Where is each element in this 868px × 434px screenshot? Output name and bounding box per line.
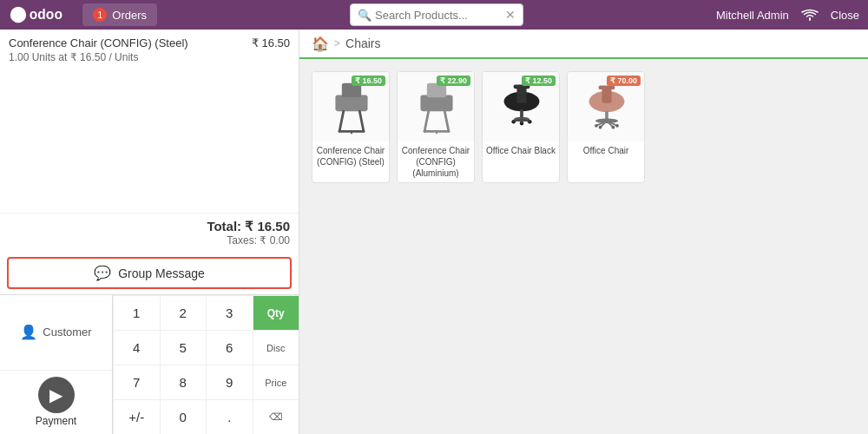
product-badge-1: ₹ 16.50: [352, 76, 385, 86]
product-name-4: Office Chair: [568, 141, 644, 160]
svg-point-37: [612, 125, 615, 128]
search-icon: 🔍: [358, 9, 372, 22]
user-name: Mitchell Admin: [716, 9, 789, 22]
numpad-2[interactable]: 2: [160, 295, 207, 330]
breadcrumb: 🏠 > Chairs: [299, 30, 868, 59]
customer-icon: 👤: [20, 324, 37, 340]
svg-rect-15: [516, 87, 526, 103]
product-card-2[interactable]: ₹ 22.90 Conference Chair (CONFIG) (Alumi…: [397, 71, 475, 183]
products-section: ₹ 16.50 Conference Chair (CONFIG) (Steel…: [299, 59, 868, 195]
header-right: Mitchell Admin Close: [716, 9, 859, 22]
whatsapp-icon: 💬: [94, 265, 111, 281]
order-item-name: Conference Chair (CONFIG) (Steel): [9, 36, 188, 49]
odoo-logo: odoo: [9, 5, 72, 24]
svg-line-5: [359, 111, 364, 131]
product-name-1: Conference Chair (CONFIG) (Steel): [312, 141, 389, 171]
product-card-1[interactable]: ₹ 16.50 Conference Chair (CONFIG) (Steel…: [312, 71, 390, 183]
total-line: Total: ₹ 16.50: [9, 219, 290, 234]
orders-button[interactable]: 1 Orders: [82, 3, 157, 26]
product-name-3: Office Chair Black: [483, 141, 559, 160]
numpad-4[interactable]: 4: [113, 330, 160, 365]
order-item-sub: 1.00 Units at ₹ 16.50 / Units: [9, 51, 188, 63]
backspace-button[interactable]: ⌫: [253, 399, 299, 434]
breadcrumb-current: Chairs: [345, 36, 380, 50]
numpad-3[interactable]: 3: [206, 295, 253, 330]
svg-point-36: [599, 125, 602, 128]
breadcrumb-separator: >: [334, 37, 340, 49]
qty-button[interactable]: Qty: [253, 295, 299, 330]
payment-arrow-icon: ▶: [38, 377, 75, 413]
svg-line-4: [339, 111, 344, 131]
numpad: 1 2 3 Qty 4 5 6 Disc 7 8 9 Price +/- 0 .…: [113, 295, 299, 434]
svg-point-29: [595, 118, 618, 123]
group-message-button[interactable]: 💬 Group Message: [7, 257, 292, 289]
price-button[interactable]: Price: [253, 365, 299, 399]
customer-payment-panel: 👤 Customer ▶ Payment: [0, 295, 113, 434]
numpad-7[interactable]: 7: [113, 365, 160, 399]
order-total: Total: ₹ 16.50 Taxes: ₹ 0.00: [0, 213, 299, 252]
product-badge-3: ₹ 12.50: [522, 76, 556, 86]
header-left: odoo 1 Orders: [9, 3, 157, 26]
payment-label: Payment: [36, 415, 76, 427]
svg-point-34: [595, 124, 598, 128]
group-message-label: Group Message: [118, 266, 205, 280]
payment-button[interactable]: ▶ Payment: [0, 371, 112, 435]
product-card-4[interactable]: ₹ 70.00: [567, 71, 645, 183]
numpad-8[interactable]: 8: [160, 365, 207, 399]
numpad-plusminus[interactable]: +/-: [113, 399, 160, 434]
customer-label: Customer: [43, 326, 91, 339]
numpad-dot[interactable]: .: [206, 399, 253, 434]
numpad-1[interactable]: 1: [113, 295, 160, 330]
home-icon[interactable]: 🏠: [312, 36, 329, 52]
svg-line-11: [444, 111, 449, 131]
numpad-9[interactable]: 9: [206, 365, 253, 399]
search-clear-button[interactable]: ✕: [505, 8, 516, 22]
orders-badge: 1: [93, 8, 107, 22]
numpad-6[interactable]: 6: [206, 330, 253, 365]
orders-label: Orders: [112, 9, 147, 22]
product-badge-2: ₹ 22.90: [437, 76, 470, 86]
search-bar[interactable]: 🔍 ✕: [350, 3, 523, 26]
tax-line: Taxes: ₹ 0.00: [9, 234, 290, 247]
numpad-5[interactable]: 5: [160, 330, 207, 365]
order-item-row: Conference Chair (CONFIG) (Steel) 1.00 U…: [9, 36, 290, 63]
svg-text:odoo: odoo: [30, 7, 62, 22]
main-layout: Conference Chair (CONFIG) (Steel) 1.00 U…: [0, 30, 868, 434]
customer-button[interactable]: 👤 Customer: [0, 295, 112, 371]
svg-point-35: [615, 124, 619, 128]
search-input[interactable]: [375, 9, 505, 22]
disc-button[interactable]: Disc: [253, 330, 299, 365]
left-panel: Conference Chair (CONFIG) (Steel) 1.00 U…: [0, 30, 299, 434]
product-card-3[interactable]: ₹ 12.50: [482, 71, 560, 183]
header: odoo 1 Orders 🔍 ✕ Mitchell Admin Close: [0, 0, 868, 30]
close-button[interactable]: Close: [831, 9, 859, 22]
numpad-area: 👤 Customer ▶ Payment 1 2 3 Qty 4 5 6 Dis…: [0, 294, 299, 434]
svg-point-0: [10, 7, 26, 23]
order-items: Conference Chair (CONFIG) (Steel) 1.00 U…: [0, 30, 299, 213]
product-badge-4: ₹ 70.00: [607, 76, 641, 86]
order-item-price: ₹ 16.50: [252, 36, 290, 49]
svg-rect-17: [520, 109, 523, 117]
product-name-2: Conference Chair (CONFIG) (Aluminium): [398, 141, 474, 182]
wifi-icon: [801, 9, 819, 21]
numpad-0[interactable]: 0: [160, 399, 207, 434]
svg-rect-28: [605, 111, 608, 119]
right-panel: 🏠 > Chairs ₹ 16.50: [299, 30, 868, 434]
svg-line-10: [424, 111, 429, 131]
